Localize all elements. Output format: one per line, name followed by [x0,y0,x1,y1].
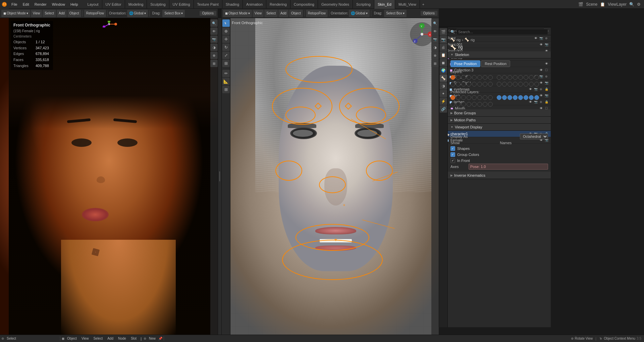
rest-position-btn[interactable]: Rest Position [481,60,510,67]
bone-groups-header[interactable]: ▶ Bone Groups [448,110,551,117]
edit-menu[interactable]: Edit [20,2,32,7]
axes-input[interactable] [469,164,548,170]
right-cursor-tool[interactable]: ⊕ [222,27,230,35]
prot-layer-9[interactable] [497,95,501,100]
layer-3[interactable] [461,75,466,80]
layer-20[interactable] [467,82,471,87]
prot-layer-20[interactable] [467,102,471,107]
right-viewport[interactable]: + + Front Orthographic X Y [222,18,439,335]
left-view-btn[interactable]: View [31,10,42,17]
view-type-btn[interactable]: 👁 [210,27,218,35]
zoom-to-fit-btn[interactable]: 🔍 [210,19,218,27]
prop-tab-scene2[interactable]: ◼ [440,59,447,66]
layer-32[interactable] [534,82,539,87]
prot-layer-7[interactable] [483,95,487,100]
bottom-new-btn[interactable]: New [147,336,158,341]
right-zoom-btn[interactable]: 🔍 [431,19,439,27]
prop-tab-particles[interactable]: ✦ [440,90,447,97]
layer-21[interactable] [472,82,477,87]
viewport-display-header[interactable]: ▼ Viewport Display [448,124,551,131]
render-menu[interactable]: Render [32,2,49,7]
right-measure-tool[interactable]: 📐 [222,78,230,85]
right-rotate-tool[interactable]: ↻ [222,44,230,51]
layer-18[interactable] [456,82,461,87]
prot-layer-18[interactable] [456,102,461,107]
layer-12[interactable] [513,75,518,80]
layer-26[interactable] [502,82,507,87]
right-grid-vis-btn[interactable]: ⊞ [431,60,439,67]
layer-2[interactable] [456,75,461,80]
layer-14[interactable] [524,75,528,80]
prot-layer-5[interactable] [472,95,477,100]
layer-25[interactable] [497,82,501,87]
prot-layer-6[interactable] [477,95,482,100]
in-front-checkbox[interactable] [450,158,455,163]
prop-tab-view[interactable]: 📋 [440,51,447,59]
right-overlay-btn[interactable]: ⊕ [431,52,439,59]
skeleton-section-header[interactable]: ▼ Skeleton [448,51,551,58]
prot-layer-12[interactable] [513,95,518,100]
tab-geometry-nodes[interactable]: Geometry Nodes [318,0,353,9]
right-move-tool[interactable]: ✛ [222,36,230,43]
prop-tab-object-data[interactable]: 🦴 [440,74,447,82]
left-add-btn[interactable]: Add [57,10,67,17]
tab-sculpting[interactable]: Sculpting [147,0,169,9]
window-menu[interactable]: Window [49,2,68,7]
left-orientation-btn[interactable]: 🌐 Global ▾ [127,10,148,17]
tab-rendering[interactable]: Rendering [266,0,290,9]
right-camera-btn[interactable]: 📷 [431,36,439,43]
right-add-btn[interactable]: Add [278,10,288,17]
right-select-tool[interactable] [222,19,230,27]
bottom-view-btn[interactable]: View [79,336,91,341]
prot-layer-13[interactable] [518,95,523,100]
bottom-mode-btn[interactable]: Object [65,336,79,341]
ik-header[interactable]: ▶ Inverse Kinematics [448,172,551,179]
tab-compositing[interactable]: Compositing [290,0,318,9]
right-select-box-btn[interactable]: Select Box ▾ [384,10,407,17]
prop-tab-render[interactable]: 📷 [440,36,447,43]
right-overlay-btn[interactable]: RetopoFlow [306,10,328,17]
prot-layer-16[interactable] [534,95,539,100]
display-as-select[interactable]: Octahedral [520,133,548,139]
group-colors-checkbox[interactable] [450,152,455,157]
layer-31[interactable] [529,82,534,87]
bottom-select2-btn[interactable]: Select [91,336,105,341]
layer-27[interactable] [507,82,512,87]
layer-28[interactable] [513,82,518,87]
left-mode-btn[interactable]: ◼ Object Mode ▾ [1,10,30,17]
layer-1[interactable] [450,75,455,80]
left-options-btn[interactable]: Options [200,11,216,16]
file-menu[interactable]: File [9,2,20,7]
right-object-btn[interactable]: Object [289,10,303,17]
prot-layer-4[interactable] [467,95,471,100]
prot-layer-24[interactable] [488,102,493,107]
bottom-slot-btn[interactable]: Slot [129,336,139,341]
prot-layer-1[interactable] [450,95,455,100]
tab-shading[interactable]: Shading [222,0,243,9]
prop-tab-output[interactable]: 🖨 [440,44,447,51]
left-overlay-btn[interactable]: RetopoFlow [84,10,106,17]
tab-scripting[interactable]: Scripting [353,0,374,9]
prot-layer-21[interactable] [472,102,477,107]
prot-layer-15[interactable] [529,95,534,100]
bottom-add-btn[interactable]: Add [105,336,115,341]
camera-btn[interactable]: 📷 [210,36,218,43]
prot-layer-23[interactable] [483,102,487,107]
prop-tab-physics[interactable]: ⚡ [440,98,447,105]
prot-layer-19[interactable] [461,102,466,107]
prop-tab-constraints[interactable]: 🔗 [440,105,447,113]
prot-layer-8[interactable] [488,95,493,100]
prot-layer-3[interactable] [461,95,466,100]
right-select-btn[interactable]: Select [264,10,278,17]
left-object-btn[interactable]: Object [67,10,81,17]
layer-23[interactable] [483,82,487,87]
layer-29[interactable] [518,82,523,87]
layer-7[interactable] [483,75,487,80]
layer-16[interactable] [534,75,539,80]
layer-8[interactable] [488,75,493,80]
right-scale-tool[interactable]: ⤢ [222,52,230,59]
pose-position-btn[interactable]: Pose Position [450,60,480,67]
right-view-type-btn[interactable]: 👁 [431,27,439,35]
right-shading-btn[interactable]: ◑ [431,44,439,51]
prop-search-input[interactable] [457,29,548,35]
